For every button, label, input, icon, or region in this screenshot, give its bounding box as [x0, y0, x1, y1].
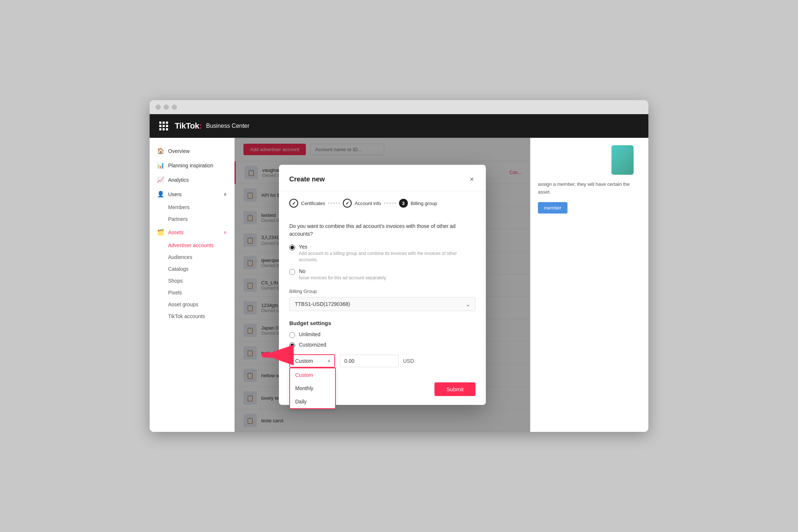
sidebar-item-advertiser-accounts[interactable]: Advertiser accounts: [150, 239, 234, 251]
sidebar-item-audiences[interactable]: Audiences: [150, 251, 234, 263]
sidebar-label-assets: Assets: [168, 229, 184, 235]
step2-label: Account info: [355, 201, 381, 206]
modal-title: Create new: [289, 175, 325, 183]
modal-overlay[interactable]: Create new × ✓ Certificates: [235, 138, 530, 432]
step-1: ✓ Certificates: [289, 199, 325, 208]
yes-radio[interactable]: [289, 245, 295, 250]
sidebar-item-analytics[interactable]: 📈 Analytics: [150, 173, 234, 187]
tiktok-brand: TikTok: [175, 121, 199, 130]
sidebar-item-overview[interactable]: 🏠 Overview: [150, 144, 234, 158]
sidebar-label-advertiser-accounts: Advertiser accounts: [168, 242, 214, 248]
sidebar-label-shops: Shops: [168, 278, 183, 284]
modal-question: Do you want to combine this ad account's…: [289, 222, 475, 238]
browser-window: TikTok: Business Center 🏠 Overview 📊 Pla…: [150, 100, 648, 432]
sidebar: 🏠 Overview 📊 Planning inspiration 📈 Anal…: [150, 138, 235, 432]
sidebar-item-planning[interactable]: 📊 Planning inspiration: [150, 158, 234, 173]
yes-label: Yes: [299, 244, 475, 250]
sidebar-item-users[interactable]: 👤 Users ∧: [150, 187, 234, 201]
sidebar-item-members[interactable]: Members: [150, 201, 234, 213]
dropdown-option-monthly[interactable]: Monthly: [290, 382, 335, 395]
traffic-light-red: [156, 105, 161, 110]
billing-group-section: Billing Group TTBS1-USD(17290368): [289, 289, 475, 311]
submit-button[interactable]: Submit: [434, 382, 475, 396]
budget-amount-input[interactable]: [340, 355, 399, 367]
right-panel: assign a member, they will have certain …: [530, 138, 648, 432]
right-panel-text: assign a member, they will have certain …: [538, 181, 641, 196]
sidebar-item-pixels[interactable]: Pixels: [150, 287, 234, 299]
customized-radio[interactable]: [289, 342, 295, 348]
unlimited-radio[interactable]: [289, 332, 295, 338]
yes-radio-label[interactable]: Yes Add account to a billing group and c…: [289, 244, 475, 263]
users-icon: 👤: [157, 191, 164, 198]
step1-circle: ✓: [289, 199, 298, 208]
modal-body: Do you want to combine this ad account's…: [279, 215, 486, 375]
billing-group-select[interactable]: TTBS1-USD(17290368): [289, 297, 475, 311]
sidebar-label-catalogs: Catalogs: [168, 266, 188, 272]
budget-title: Budget settings: [289, 320, 475, 326]
unlimited-label: Unlimited: [299, 331, 320, 337]
top-nav: TikTok: Business Center: [150, 114, 648, 138]
analytics-icon: 📈: [157, 176, 164, 183]
app-container: TikTok: Business Center 🏠 Overview 📊 Pla…: [150, 114, 648, 432]
brand-name: TikTok:: [175, 121, 202, 131]
sidebar-label-asset-groups: Asset groups: [168, 301, 198, 307]
budget-row: Custom ∧ Custom Monthly Daily: [289, 354, 475, 368]
budget-options: Unlimited Customized: [289, 331, 475, 348]
customized-option[interactable]: Customized: [289, 342, 475, 348]
sidebar-label-analytics: Analytics: [168, 177, 189, 183]
colored-box: [611, 145, 634, 175]
traffic-light-yellow: [164, 105, 169, 110]
users-chevron: ∧: [224, 192, 227, 197]
right-panel-visual: [538, 145, 641, 175]
step3-circle: 3: [399, 199, 408, 208]
brand-subtitle: Business Center: [206, 123, 249, 129]
grid-icon[interactable]: [157, 119, 170, 133]
sidebar-label-audiences: Audiences: [168, 254, 192, 260]
sidebar-label-users: Users: [168, 191, 182, 197]
budget-section: Budget settings Unlimited Customized: [289, 320, 475, 368]
sidebar-label-partners: Partners: [168, 216, 188, 222]
browser-chrome: [150, 100, 648, 114]
dropdown-option-custom[interactable]: Custom: [290, 368, 335, 382]
sidebar-item-asset-groups[interactable]: Asset groups: [150, 299, 234, 310]
create-new-modal: Create new × ✓ Certificates: [279, 165, 486, 405]
no-radio-label[interactable]: No Issue invoices for this ad account se…: [289, 268, 475, 281]
sidebar-label-planning: Planning inspiration: [168, 163, 213, 168]
no-label: No: [299, 268, 387, 274]
modal-header: Create new ×: [279, 165, 486, 191]
step1-label: Certificates: [301, 201, 325, 206]
budget-dropdown-wrapper: Custom ∧ Custom Monthly Daily: [289, 354, 335, 368]
no-sub: Issue invoices for this ad account separ…: [299, 275, 387, 281]
sidebar-item-partners[interactable]: Partners: [150, 213, 234, 225]
step-2: ✓ Account info: [343, 199, 381, 208]
step2-circle: ✓: [343, 199, 352, 208]
stepper: ✓ Certificates ✓ Account info: [279, 191, 486, 215]
sidebar-label-tiktok-accounts: TikTok accounts: [168, 313, 205, 319]
close-button[interactable]: ×: [468, 174, 475, 185]
member-button[interactable]: member: [538, 202, 567, 214]
brand-dot: :: [199, 121, 202, 130]
sidebar-item-tiktok-accounts[interactable]: TikTok accounts: [150, 310, 234, 322]
content-area: Add advertiser account 📋 vaughan_test Ow…: [235, 138, 530, 432]
step-dots-2: [384, 202, 396, 204]
assets-chevron: ∧: [224, 230, 227, 235]
dropdown-option-daily[interactable]: Daily: [290, 395, 335, 408]
sidebar-item-catalogs[interactable]: Catalogs: [150, 263, 234, 275]
customized-label: Customized: [299, 342, 326, 348]
yes-option-text: Yes Add account to a billing group and c…: [299, 244, 475, 263]
step-3: 3 Billing group: [399, 199, 437, 208]
sidebar-label-members: Members: [168, 204, 190, 210]
step3-label: Billing group: [411, 201, 437, 206]
main-layout: 🏠 Overview 📊 Planning inspiration 📈 Anal…: [150, 138, 648, 432]
billing-group-label: Billing Group: [289, 289, 475, 294]
yes-sub: Add account to a billing group and combi…: [299, 250, 475, 263]
sidebar-item-assets[interactable]: 🗂️ Assets ∧: [150, 225, 234, 239]
sidebar-label-overview: Overview: [168, 148, 190, 154]
no-radio[interactable]: [289, 269, 295, 275]
currency-label: USD: [403, 358, 414, 364]
no-option: No Issue invoices for this ad account se…: [289, 268, 475, 281]
billing-group-select-wrapper: TTBS1-USD(17290368): [289, 297, 475, 311]
sidebar-item-shops[interactable]: Shops: [150, 275, 234, 287]
budget-dropdown-display[interactable]: Custom: [290, 355, 334, 367]
unlimited-option[interactable]: Unlimited: [289, 331, 475, 338]
